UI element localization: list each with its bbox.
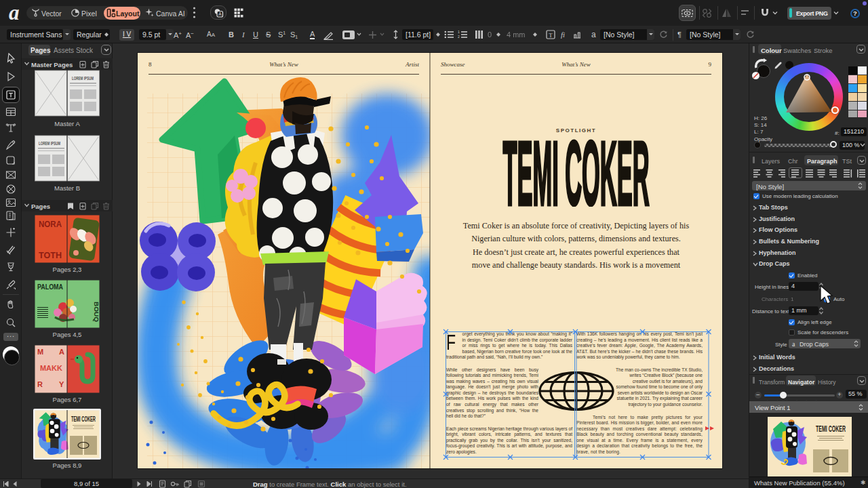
- svg-text:TOTH: TOTH: [39, 250, 62, 260]
- svg-text:R: R: [37, 380, 43, 388]
- svg-text:TEMI COKER: TEMI COKER: [71, 415, 96, 423]
- svg-text:M: M: [37, 348, 43, 356]
- svg-text:K: K: [57, 364, 62, 372]
- svg-text:BOUQ: BOUQ: [93, 302, 100, 322]
- svg-text:LOREM IPSUM: LOREM IPSUM: [72, 75, 94, 81]
- svg-text:2: 2: [458, 35, 460, 39]
- svg-text:Y: Y: [59, 380, 64, 388]
- svg-text:TEMI COKER: TEMI COKER: [503, 139, 650, 207]
- svg-text:M: M: [40, 364, 46, 372]
- svg-text:A: A: [59, 348, 64, 356]
- svg-text:NORA: NORA: [39, 219, 62, 229]
- svg-text:LOREM IPSUM: LOREM IPSUM: [39, 140, 60, 146]
- svg-text:1: 1: [458, 30, 460, 34]
- svg-text:PALOMA: PALOMA: [37, 283, 63, 291]
- svg-text:K: K: [52, 364, 57, 372]
- svg-text:T: T: [549, 32, 553, 39]
- svg-text:A: A: [46, 364, 52, 372]
- svg-text:TEMI COKER: TEMI COKER: [816, 424, 846, 434]
- svg-text:A: A: [218, 12, 222, 16]
